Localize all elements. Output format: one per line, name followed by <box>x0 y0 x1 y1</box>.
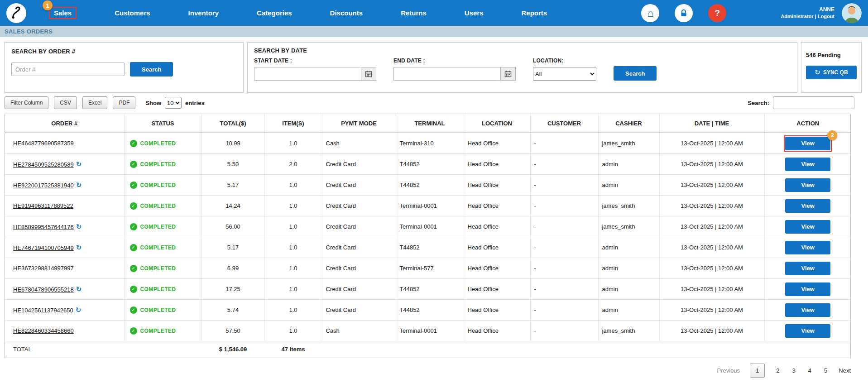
location-cell: Head Office <box>464 279 530 300</box>
view-button[interactable]: View <box>785 178 830 192</box>
nav-item-inventory[interactable]: Inventory <box>188 9 219 17</box>
nav-item-label: Returns <box>401 9 427 17</box>
pdf-export-button[interactable]: PDF <box>113 96 135 109</box>
view-button[interactable]: View <box>785 324 830 338</box>
order-number-link[interactable]: HE9220017525381940 <box>13 182 74 189</box>
terminal-cell: T44852 <box>396 279 464 300</box>
nav-item-label: Sales <box>54 9 72 17</box>
order-number-link[interactable]: HE3673298814997997 <box>13 265 74 272</box>
nav-item-categories[interactable]: Categories <box>257 9 292 17</box>
status-text: COMPLETED <box>140 244 176 251</box>
page-number-1[interactable]: 1 <box>750 364 765 378</box>
order-number-link[interactable]: HE8228460334458660 <box>13 327 74 334</box>
location-label: LOCATION: <box>533 57 596 64</box>
order-search-button[interactable]: Search <box>130 62 173 77</box>
nav-item-reports[interactable]: Reports <box>522 9 547 17</box>
view-button[interactable]: View <box>785 158 830 171</box>
order-number-input[interactable] <box>11 62 125 76</box>
order-number-link[interactable]: HE7467194100705949 <box>13 244 74 251</box>
user-role-logout[interactable]: Administrator | Logout <box>781 13 834 19</box>
order-row: HE6780478906555218↻✓COMPLETED17.251.0Cre… <box>5 279 851 300</box>
home-glyph: ⌂ <box>647 8 654 19</box>
date-search-button[interactable]: Search <box>614 66 657 81</box>
cashier-cell: james_smith <box>598 196 659 216</box>
view-button[interactable]: View <box>785 303 830 317</box>
column-header[interactable]: CUSTOMER <box>530 114 598 133</box>
start-date-calendar-icon[interactable] <box>361 67 376 81</box>
nav-item-customers[interactable]: Customers <box>115 9 150 17</box>
cashier-cell: james_smith <box>598 216 659 237</box>
terminal-cell: Terminal-310 <box>396 133 464 154</box>
page-number-3[interactable]: 3 <box>791 366 797 375</box>
page-number-4[interactable]: 4 <box>807 366 813 375</box>
items-cell: 1.0 <box>264 321 322 341</box>
previous-page-button[interactable]: Previous <box>717 367 740 374</box>
page-number-2[interactable]: 2 <box>775 366 781 375</box>
column-header[interactable]: ORDER # <box>5 114 124 133</box>
start-date-input[interactable] <box>254 67 361 81</box>
nav-item-returns[interactable]: Returns <box>401 9 427 17</box>
status-text: COMPLETED <box>140 140 176 147</box>
column-header[interactable]: CASHIER <box>598 114 659 133</box>
view-button[interactable]: View <box>785 220 830 234</box>
page-number-list: 12345 <box>750 364 829 378</box>
nav-item-discounts[interactable]: Discounts <box>330 9 363 17</box>
column-header[interactable]: TOTAL($) <box>201 114 264 133</box>
datetime-cell: 13-Oct-2025 | 12:00 AM <box>659 196 764 216</box>
top-navbar: Sales1CustomersInventoryCategoriesDiscou… <box>0 0 868 26</box>
location-cell: Head Office <box>464 216 530 237</box>
user-avatar[interactable] <box>842 3 862 23</box>
column-header[interactable]: ITEM(S) <box>264 114 322 133</box>
lock-icon[interactable] <box>675 4 693 22</box>
column-header[interactable]: STATUS <box>124 114 201 133</box>
status-text: COMPLETED <box>140 161 176 168</box>
nav-item-users[interactable]: Users <box>465 9 484 17</box>
filter-column-button[interactable]: Filter Column <box>5 96 48 109</box>
terminal-cell: T44852 <box>396 237 464 258</box>
order-number-link[interactable]: HE2784509525280589 <box>13 161 74 168</box>
sync-qb-button[interactable]: ↻ SYNC QB <box>806 66 857 79</box>
column-header[interactable]: LOCATION <box>464 114 530 133</box>
cashier-cell: admin <box>598 258 659 279</box>
entries-per-page-select[interactable]: 10 <box>165 97 182 109</box>
order-number-link[interactable]: HE1042561137942650 <box>13 307 73 314</box>
order-row: HE4648779690587359✓COMPLETED10.991.0Cash… <box>5 133 851 154</box>
view-button[interactable]: View <box>785 262 830 275</box>
view-button[interactable]: View <box>785 199 830 213</box>
order-number-link[interactable]: HE8589995457644176 <box>13 224 74 230</box>
next-page-button[interactable]: Next <box>839 367 851 374</box>
table-search-input[interactable] <box>773 96 854 109</box>
nav-item-sales[interactable]: Sales1 <box>49 7 77 19</box>
pymt-mode-cell: Credit Card <box>322 279 396 300</box>
order-number-link[interactable]: HE4648779690587359 <box>13 140 74 147</box>
app-logo <box>6 3 26 23</box>
location-select[interactable]: All <box>533 67 596 81</box>
end-date-input[interactable] <box>393 67 500 81</box>
column-header[interactable]: TERMINAL <box>396 114 464 133</box>
excel-export-button[interactable]: Excel <box>82 96 107 109</box>
terminal-cell: T44852 <box>396 154 464 175</box>
view-button[interactable]: View <box>785 137 830 150</box>
status-text: COMPLETED <box>140 224 176 230</box>
total-label: TOTAL <box>5 341 124 358</box>
items-cell: 1.0 <box>264 300 322 321</box>
column-header[interactable]: ACTION <box>764 114 851 133</box>
order-row: HE2784509525280589↻✓COMPLETED5.502.0Cred… <box>5 154 851 175</box>
order-number-link[interactable]: HE9194963117889522 <box>13 202 73 209</box>
column-header[interactable]: DATE | TIME <box>659 114 764 133</box>
home-icon[interactable]: ⌂ <box>641 4 659 22</box>
breadcrumb: SALES ORDERS <box>0 26 868 37</box>
csv-export-button[interactable]: CSV <box>54 96 77 109</box>
column-header[interactable]: PYMT MODE <box>322 114 396 133</box>
user-name: ANNE <box>781 6 834 14</box>
help-icon[interactable]: ? <box>708 4 726 22</box>
view-button[interactable]: View <box>785 282 830 296</box>
order-number-link[interactable]: HE6780478906555218 <box>13 286 74 293</box>
page-number-5[interactable]: 5 <box>823 366 829 375</box>
sync-icon: ↻ <box>76 244 82 251</box>
order-row: HE9220017525381940↻✓COMPLETED5.171.0Cred… <box>5 175 851 196</box>
status-text: COMPLETED <box>140 328 176 334</box>
user-info[interactable]: ANNE Administrator | Logout <box>781 6 834 20</box>
view-button[interactable]: View <box>785 241 830 254</box>
end-date-calendar-icon[interactable] <box>500 67 516 81</box>
